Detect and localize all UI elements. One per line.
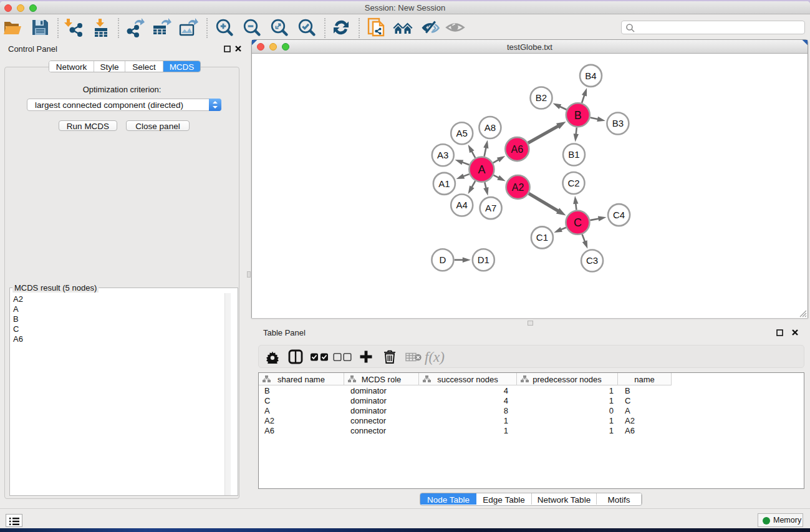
svg-text:D1: D1: [478, 254, 489, 265]
svg-text:A8: A8: [485, 122, 496, 133]
svg-text:B: B: [574, 109, 582, 122]
svg-text:B4: B4: [585, 70, 596, 81]
svg-text:B2: B2: [536, 92, 547, 103]
svg-text:A: A: [478, 163, 485, 176]
svg-text:A4: A4: [456, 200, 468, 210]
svg-text:A7: A7: [485, 203, 496, 213]
svg-text:C1: C1: [536, 232, 548, 243]
svg-text:C4: C4: [613, 210, 625, 220]
svg-text:B1: B1: [568, 149, 579, 160]
svg-text:B3: B3: [612, 118, 624, 128]
svg-text:C2: C2: [567, 178, 579, 188]
svg-text:A5: A5: [456, 128, 468, 138]
svg-text:C: C: [574, 216, 582, 229]
svg-text:C3: C3: [586, 255, 598, 266]
svg-text:D: D: [439, 254, 446, 265]
svg-text:f(x): f(x): [425, 349, 445, 365]
svg-text:A6: A6: [511, 144, 524, 155]
svg-text:A1: A1: [438, 178, 450, 189]
svg-text:A2: A2: [512, 182, 524, 193]
svg-text:A3: A3: [437, 150, 448, 160]
